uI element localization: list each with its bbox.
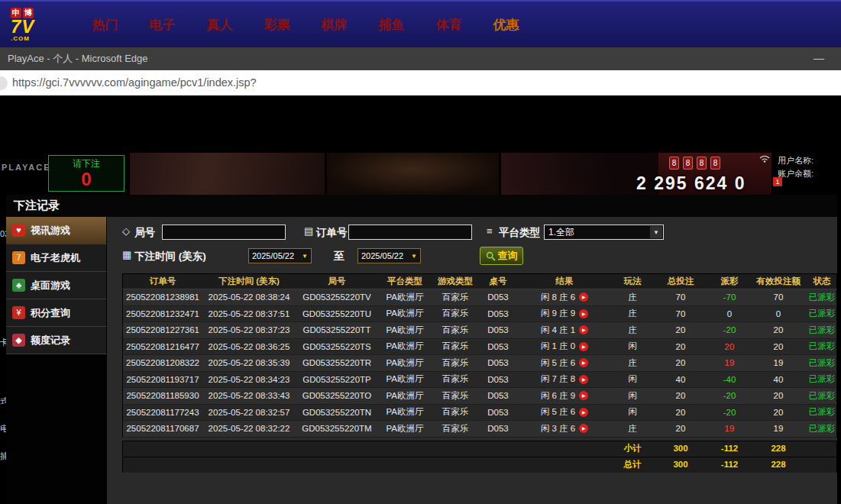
play-button[interactable]: ▶ — [579, 358, 588, 367]
cell-time: 2025-05-22 08:37:23 — [202, 322, 296, 338]
search-button[interactable]: 查询 — [480, 247, 523, 265]
date-from-value: 2025/05/22 — [252, 251, 294, 260]
playing-card: 8 — [697, 157, 707, 170]
nav-item-1[interactable]: 电子 — [134, 16, 191, 34]
bet-panel: 请下注 0 — [48, 155, 125, 192]
bet-value: 0 — [49, 170, 124, 189]
table-row: 2505220811772432025-05-22 08:32:57GD0532… — [122, 405, 837, 422]
platform-select-value: 1.全部 — [548, 226, 574, 239]
nav-item-7[interactable]: 优惠 — [477, 16, 535, 34]
cell-round: GD053255220TO — [296, 388, 378, 404]
result-text: 闲 5 庄 6 — [541, 357, 575, 369]
order-number-icon: ▤ — [304, 225, 313, 237]
sidebar-item-3[interactable]: ¥积分查询 — [6, 299, 107, 327]
cell-order: 250522081185930 — [123, 388, 202, 404]
summary-valid: 228 — [751, 441, 806, 456]
cell-game: 百家乐 — [432, 405, 479, 421]
nav-item-6[interactable]: 体育 — [420, 16, 477, 34]
cell-time: 2025-05-22 08:33:43 — [202, 388, 296, 404]
cell-total: 20 — [653, 322, 708, 338]
col-header-table: 桌号 — [479, 274, 517, 289]
search-icon — [486, 251, 496, 261]
play-button[interactable]: ▶ — [579, 309, 588, 318]
address-bar[interactable]: https://gci.7vvvvvv.com/agingame/pcv1/in… — [0, 70, 841, 95]
cell-total: 20 — [653, 355, 708, 371]
nav-item-4[interactable]: 棋牌 — [306, 16, 363, 34]
result-text: 闲 8 庄 6 — [541, 292, 575, 303]
result-text: 闲 9 庄 9 — [541, 308, 575, 319]
minimize-button[interactable]: — — [814, 47, 824, 70]
nav-item-3[interactable]: 彩票 — [248, 16, 306, 34]
platform-select[interactable]: 1.全部 ▼ — [544, 225, 664, 240]
nav-item-5[interactable]: 捕鱼 — [363, 16, 420, 34]
summary-payout: -112 — [708, 457, 751, 472]
search-button-label: 查询 — [498, 249, 518, 263]
cell-valid: 0 — [751, 306, 806, 322]
sidebar-item-2[interactable]: ♣桌面游戏 — [6, 272, 107, 299]
cell-status: 已派彩 — [806, 355, 838, 371]
cell-total: 20 — [653, 339, 708, 355]
cell-game: 百家乐 — [432, 372, 479, 388]
date-to-separator: 至 — [334, 250, 344, 263]
play-button[interactable]: ▶ — [579, 408, 588, 417]
cell-payout: 19 — [708, 421, 751, 437]
cell-method: 庄 — [612, 289, 653, 305]
cell-platform: PA欧洲厅 — [378, 405, 432, 421]
play-button[interactable]: ▶ — [579, 325, 588, 334]
cell-order: 250522081208322 — [123, 355, 202, 371]
chevron-down-icon: ▼ — [650, 226, 662, 238]
col-header-time: 下注时间 (美东) — [202, 274, 296, 289]
play-button[interactable]: ▶ — [579, 391, 588, 400]
playing-card: 8 — [683, 157, 693, 170]
nav-item-0[interactable]: 热门 — [76, 16, 134, 34]
cell-round: GD053255220TU — [296, 306, 378, 322]
jackpot-number: 2 295 624 0 — [636, 173, 746, 194]
table-row: 2505220811706872025-05-22 08:32:22GD0532… — [122, 421, 837, 438]
table-header-row: 订单号下注时间 (美东)局号平台类型游戏类型桌号结果玩法总投注派彩有效投注额状态 — [122, 273, 837, 289]
date-from-select[interactable]: 2025/05/22 ▼ — [248, 248, 312, 263]
summary-spacer — [806, 457, 838, 472]
table-row: 2505220812083222025-05-22 08:35:39GD0532… — [122, 355, 837, 372]
sidebar-item-1[interactable]: 7电子老虎机 — [6, 244, 107, 272]
cell-payout: 0 — [708, 306, 751, 322]
order-number-input[interactable] — [348, 225, 472, 240]
playing-card: 8 — [710, 157, 720, 170]
summary-total: 300 — [653, 457, 708, 472]
cell-platform: PA欧洲厅 — [378, 289, 432, 305]
date-to-select[interactable]: 2025/05/22 ▼ — [357, 248, 421, 263]
cell-valid: 70 — [751, 289, 806, 305]
sidebar-item-label: 桌面游戏 — [31, 279, 70, 292]
col-header-round: 局号 — [296, 274, 378, 289]
sidebar-item-4[interactable]: ◆额度记录 — [6, 327, 107, 354]
cell-status: 已派彩 — [806, 322, 838, 338]
table-body: 2505220812389812025-05-22 08:38:24GD0532… — [122, 289, 837, 473]
cell-payout: -20 — [708, 322, 751, 338]
round-number-input[interactable] — [162, 225, 286, 240]
summary-payout: -112 — [708, 441, 751, 456]
cell-payout: -20 — [708, 405, 751, 421]
cell-order: 250522081193717 — [123, 372, 202, 388]
cell-valid: 20 — [751, 405, 806, 421]
play-button[interactable]: ▶ — [579, 375, 588, 384]
cell-table: D053 — [479, 372, 517, 388]
cell-status: 已派彩 — [806, 339, 838, 355]
sidebar-item-0[interactable]: ♥视讯游戏 — [6, 217, 107, 244]
play-button[interactable]: ▶ — [579, 424, 588, 433]
cell-game: 百家乐 — [432, 339, 479, 355]
cell-time: 2025-05-22 08:37:51 — [202, 306, 296, 322]
playace-logo: PLAYACE — [2, 163, 51, 172]
summary-label: 小计 — [612, 441, 653, 456]
play-button[interactable]: ▶ — [579, 342, 588, 351]
cell-method: 闲 — [612, 405, 653, 421]
card-row: 8888 — [669, 157, 720, 170]
play-button[interactable]: ▶ — [579, 292, 588, 302]
cell-round: GD053255220TS — [296, 339, 378, 355]
site-logo[interactable]: 申 博 7V .COM — [11, 8, 70, 42]
cell-time: 2025-05-22 08:32:22 — [202, 421, 296, 437]
col-header-total: 总投注 — [653, 274, 708, 289]
sidebar: ♥视讯游戏7电子老虎机♣桌面游戏¥积分查询◆额度记录 — [6, 217, 107, 354]
user-info: 用户名称: 账户余额: — [778, 154, 814, 180]
nav-item-2[interactable]: 真人 — [191, 16, 248, 34]
table-row: 2505220811937172025-05-22 08:34:23GD0532… — [122, 372, 837, 389]
cell-total: 70 — [653, 289, 708, 305]
